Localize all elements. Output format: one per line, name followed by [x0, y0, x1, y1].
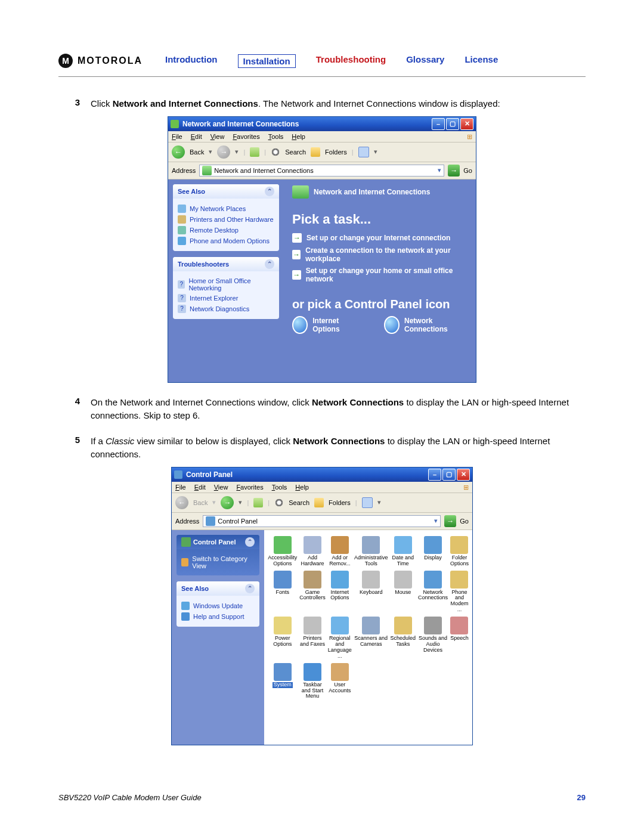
menu-edit[interactable]: Edit	[191, 133, 202, 140]
cp-item-printers-and-faxes[interactable]: Printers and Faxes	[299, 617, 326, 659]
search-icon[interactable]	[271, 147, 280, 157]
menu-tools[interactable]: Tools	[272, 484, 287, 491]
folders-icon[interactable]	[311, 147, 320, 157]
back-button[interactable]: ←	[172, 145, 185, 159]
forward-button[interactable]: →	[217, 145, 230, 159]
cp-item-system[interactable]: System	[268, 663, 297, 700]
maximize-button[interactable]: ▢	[446, 118, 459, 130]
forward-button[interactable]: →	[221, 496, 234, 509]
cp-item-mouse[interactable]: Mouse	[390, 571, 416, 614]
menu-favorites[interactable]: Favorites	[236, 484, 263, 491]
cp-item-scanners-and-cameras[interactable]: Scanners and Cameras	[354, 617, 388, 659]
task-link[interactable]: →Set up or change your home or small off…	[292, 267, 467, 283]
nav-troubleshooting[interactable]: Troubleshooting	[316, 54, 386, 68]
nav-installation[interactable]: Installation	[238, 54, 296, 68]
menu-edit[interactable]: Edit	[194, 484, 206, 491]
nav-license[interactable]: License	[465, 54, 498, 68]
task-link[interactable]: →Create a connection to the network at y…	[292, 246, 467, 263]
task-link[interactable]: →Set up or change your Internet connecti…	[292, 233, 467, 243]
close-button[interactable]: ✕	[460, 118, 473, 130]
cp-item-add-or-remov[interactable]: Add or Remov...	[328, 536, 352, 567]
switch-icon	[181, 558, 188, 566]
menu-favorites[interactable]: Favorites	[233, 133, 259, 140]
panel-header[interactable]: Control Panel ⌃	[177, 535, 259, 549]
cp-item-sounds-and-audio-devices[interactable]: Sounds and Audio Devices	[418, 617, 448, 659]
search-icon[interactable]	[274, 498, 284, 507]
menu-view[interactable]: View	[210, 133, 225, 140]
cp-item-fonts[interactable]: Fonts	[268, 571, 297, 614]
address-field[interactable]: Network and Internet Connections ▾	[199, 165, 444, 176]
cp-item-accessibility-options[interactable]: Accessibility Options	[268, 536, 297, 567]
cp-item-user-accounts[interactable]: User Accounts	[328, 663, 352, 700]
up-icon[interactable]	[253, 498, 263, 507]
cp-item-internet-options[interactable]: Internet Options	[328, 571, 352, 614]
nav-glossary[interactable]: Glossary	[406, 54, 444, 68]
cp-item-speech[interactable]: Speech	[450, 617, 469, 659]
cp-item-network-connections[interactable]: Network Connections	[418, 571, 448, 614]
menu-view[interactable]: View	[214, 484, 228, 491]
go-button[interactable]: →	[448, 165, 460, 176]
see-also-link[interactable]: Printers and Other Hardware	[178, 215, 274, 224]
cp-item-add-hardware[interactable]: Add Hardware	[299, 536, 326, 567]
menu-tools[interactable]: Tools	[268, 133, 284, 140]
cp-item-power-options[interactable]: Power Options	[268, 617, 297, 659]
minimize-button[interactable]: –	[432, 118, 445, 130]
go-label: Go	[463, 167, 472, 174]
panel-body: My Network PlacesPrinters and Other Hard…	[173, 199, 279, 251]
menu-file[interactable]: File	[175, 484, 186, 491]
troubleshooter-link[interactable]: ?Network Diagnostics	[178, 305, 274, 313]
switch-view-link[interactable]: Switch to Category View	[181, 555, 255, 569]
menu-file[interactable]: File	[172, 133, 182, 140]
collapse-icon[interactable]: ⌃	[245, 537, 255, 547]
nav-introduction[interactable]: Introduction	[165, 54, 217, 68]
item-icon	[450, 617, 468, 634]
collapse-icon[interactable]: ⌃	[265, 187, 274, 196]
cp-item-display[interactable]: Display	[418, 536, 448, 567]
menu-help[interactable]: Help	[295, 484, 309, 491]
item-icon	[362, 536, 380, 554]
cp-icon-network-connections[interactable]: Network Connections	[384, 316, 467, 334]
address-field[interactable]: Control Panel ▾	[203, 515, 441, 527]
cp-item-regional-and-language[interactable]: Regional and Language ...	[328, 617, 352, 659]
panel-header[interactable]: Troubleshooters ⌃	[173, 257, 279, 271]
see-also-link[interactable]: Help and Support	[181, 612, 255, 621]
see-also-link[interactable]: Remote Desktop	[178, 226, 274, 234]
see-also-link[interactable]: My Network Places	[178, 205, 274, 213]
cp-item-keyboard[interactable]: Keyboard	[354, 571, 388, 614]
menubar[interactable]: FileEditViewFavoritesToolsHelp⊞	[172, 482, 472, 493]
cp-icon-internet-options[interactable]: Internet Options	[292, 316, 360, 334]
views-icon[interactable]	[362, 497, 373, 508]
menu-help[interactable]: Help	[292, 133, 305, 140]
cp-item-administrative-tools[interactable]: Administrative Tools	[354, 536, 388, 567]
up-icon[interactable]	[250, 147, 259, 157]
cp-item-taskbar-and-start-menu[interactable]: Taskbar and Start Menu	[299, 663, 326, 700]
troubleshooter-link[interactable]: ?Home or Small Office Networking	[178, 277, 274, 292]
menubar[interactable]: FileEditViewFavoritesToolsHelp⊞	[168, 131, 476, 143]
collapse-icon[interactable]: ⌃	[265, 259, 274, 269]
titlebar[interactable]: Control Panel – ▢ ✕	[172, 467, 472, 482]
panel-header[interactable]: See Also ⌃	[177, 581, 259, 596]
troubleshooter-link[interactable]: ?Internet Explorer	[178, 294, 274, 302]
cp-item-folder-options[interactable]: Folder Options	[450, 536, 469, 567]
cp-item-scheduled-tasks[interactable]: Scheduled Tasks	[390, 617, 416, 659]
chevron-down-icon[interactable]: ▾	[438, 166, 441, 174]
go-button[interactable]: →	[444, 515, 456, 527]
views-icon[interactable]	[358, 147, 369, 157]
panel-body: Switch to Category View	[177, 549, 259, 575]
see-also-link[interactable]: Phone and Modem Options	[178, 237, 274, 245]
maximize-button[interactable]: ▢	[442, 469, 456, 481]
step-3: 3 Click Network and Internet Connections…	[58, 97, 586, 110]
cp-item-game-controllers[interactable]: Game Controllers	[299, 571, 326, 614]
minimize-button[interactable]: –	[428, 469, 441, 481]
panel-header[interactable]: See Also ⌃	[173, 184, 279, 199]
folders-icon[interactable]	[314, 498, 324, 507]
cp-item-phone-and-modem[interactable]: Phone and Modem ...	[450, 571, 469, 614]
cp-item-date-and-time[interactable]: Date and Time	[390, 536, 416, 567]
close-button[interactable]: ✕	[457, 469, 470, 481]
titlebar[interactable]: Network and Internet Connections – ▢ ✕	[168, 117, 476, 131]
see-also-link[interactable]: Windows Update	[181, 602, 255, 610]
or-pick-heading: or pick a Control Panel icon	[292, 298, 467, 311]
chevron-down-icon[interactable]: ▾	[434, 517, 438, 525]
task-text: Set up or change your Internet connectio…	[306, 234, 450, 242]
collapse-icon[interactable]: ⌃	[245, 584, 255, 593]
